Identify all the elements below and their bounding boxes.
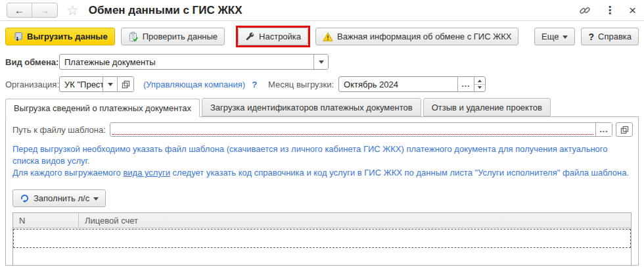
help-icon: ?	[588, 32, 594, 42]
tab-load-identifiers[interactable]: Загрузка идентификаторов платежных докум…	[202, 98, 421, 116]
template-path-ellipsis-button[interactable]: ...	[595, 123, 612, 136]
fill-refresh-icon	[20, 193, 30, 203]
export-month-value[interactable]: Октябрь 2024	[339, 77, 457, 91]
service-type-link[interactable]: вида услуги	[123, 168, 170, 178]
window-header: ← → ☆ Обмен данными с ГИС ЖКХ ⋮ ×	[0, 0, 644, 21]
back-button[interactable]: ←	[7, 3, 32, 17]
month-spin-up-button[interactable]	[474, 77, 485, 84]
forward-icon: →	[40, 5, 50, 16]
more-menu-icon[interactable]: ⋮	[605, 4, 615, 16]
exchange-type-row: Вид обмена: Платежные документы	[5, 54, 639, 70]
chevron-down-icon	[108, 83, 113, 89]
check-data-icon	[128, 32, 139, 42]
exchange-type-combobox[interactable]: Платежные документы	[59, 54, 329, 70]
fill-accounts-label: Заполнить л/с	[34, 193, 89, 203]
hint-text: Перед выгрузкой необходимо указать файл …	[12, 143, 632, 179]
tab-revoke-delete-projects[interactable]: Отзыв и удаление проектов	[423, 98, 551, 116]
tab-bar: Выгрузка сведений о платежных документах…	[5, 98, 639, 116]
check-data-button[interactable]: Проверить данные	[121, 28, 225, 45]
help-button[interactable]: ? Справка	[581, 28, 639, 45]
organization-value[interactable]: УК "Престиж"	[60, 77, 103, 91]
template-path-label: Путь к файлу шаблона:	[12, 125, 110, 135]
check-data-label: Проверить данные	[143, 32, 218, 41]
organization-type-link[interactable]: (Управляющая компания)	[143, 80, 245, 89]
organization-help-icon[interactable]: ?	[252, 80, 257, 89]
forward-button[interactable]: →	[32, 3, 57, 17]
required-field-underline	[112, 134, 593, 135]
exchange-type-dropdown-button[interactable]	[313, 55, 328, 69]
export-data-icon	[12, 32, 23, 42]
toolbar-right: Еще ? Справка	[534, 28, 639, 45]
chevron-down-icon	[93, 197, 99, 203]
chevron-down-icon	[563, 36, 568, 41]
export-month-field[interactable]: Октябрь 2024 ...	[338, 76, 486, 92]
month-spin-down-button[interactable]	[474, 84, 485, 92]
focused-empty-row[interactable]	[13, 229, 631, 248]
link-icon[interactable]	[579, 5, 591, 16]
back-icon: ←	[14, 5, 24, 16]
more-button[interactable]: Еще	[534, 28, 575, 45]
export-data-button[interactable]: Выгрузить данные	[5, 28, 115, 45]
more-label: Еще	[541, 32, 559, 41]
accounts-table: N Лицевой счет	[12, 212, 632, 266]
history-nav: ← →	[7, 3, 58, 18]
important-info-label: Важная информация об обмене с ГИС ЖКХ	[337, 32, 511, 41]
export-data-label: Выгрузить данные	[27, 32, 108, 41]
hint-line-3-pre: Для каждого выгружаемого	[12, 168, 123, 178]
organization-label: Организация:	[5, 80, 59, 89]
favorite-star-icon[interactable]: ☆	[66, 3, 79, 17]
export-month-spinner	[474, 77, 485, 91]
template-path-field[interactable]: ...	[110, 122, 612, 137]
column-header-n[interactable]: N	[13, 213, 79, 228]
open-form-icon	[122, 80, 130, 89]
help-label: Справка	[598, 32, 632, 41]
organization-combobox[interactable]: УК "Престиж"	[59, 76, 134, 92]
organization-open-button[interactable]	[117, 77, 133, 91]
organization-dropdown-button[interactable]	[103, 77, 117, 91]
template-path-open-button[interactable]	[616, 122, 633, 137]
hint-line-3: Для каждого выгружаемого вида услуги сле…	[12, 167, 632, 179]
fill-accounts-row: Заполнить л/с	[12, 189, 638, 207]
triangle-down-icon	[478, 86, 482, 91]
settings-label: Настройка	[259, 32, 301, 41]
column-header-account[interactable]: Лицевой счет	[79, 213, 631, 228]
settings-wrench-icon	[245, 32, 255, 41]
open-file-icon	[620, 126, 629, 134]
warning-icon	[323, 32, 333, 41]
close-icon[interactable]: ×	[629, 3, 636, 18]
page-title: Обмен данными с ГИС ЖКХ	[89, 4, 242, 17]
template-path-row: Путь к файлу шаблона: ...	[12, 122, 633, 137]
hint-line-1: Перед выгрузкой необходимо указать файл …	[12, 143, 632, 155]
settings-button[interactable]: Настройка	[238, 28, 308, 45]
important-info-button[interactable]: Важная информация об обмене с ГИС ЖКХ	[315, 28, 518, 45]
tab-export-payment-documents[interactable]: Выгрузка сведений о платежных документах	[5, 99, 200, 117]
tab-content-panel: Путь к файлу шаблона: ... Перед выгрузко…	[5, 116, 639, 266]
accounts-table-body[interactable]	[13, 228, 631, 265]
fill-accounts-button[interactable]: Заполнить л/с	[12, 189, 106, 207]
header-actions: ⋮ ×	[579, 3, 636, 18]
triangle-up-icon	[478, 78, 482, 82]
hint-line-2: списка видов услуг.	[12, 155, 632, 167]
accounts-table-header: N Лицевой счет	[13, 213, 631, 228]
template-path-input[interactable]	[110, 123, 595, 136]
chevron-down-icon	[319, 61, 324, 66]
toolbar: Выгрузить данные Проверить данные Настро…	[5, 26, 639, 47]
hint-line-3-post: следует указать код справочника и код ус…	[170, 168, 629, 178]
annotation-highlight: Настройка	[236, 26, 310, 47]
export-month-ellipsis-button[interactable]: ...	[457, 77, 474, 91]
exchange-type-value[interactable]: Платежные документы	[60, 55, 313, 69]
organization-row: Организация: УК "Престиж" (Управляющая к…	[5, 76, 639, 92]
export-month-label: Месяц выгрузки:	[268, 80, 334, 89]
exchange-type-label: Вид обмена:	[5, 57, 59, 67]
